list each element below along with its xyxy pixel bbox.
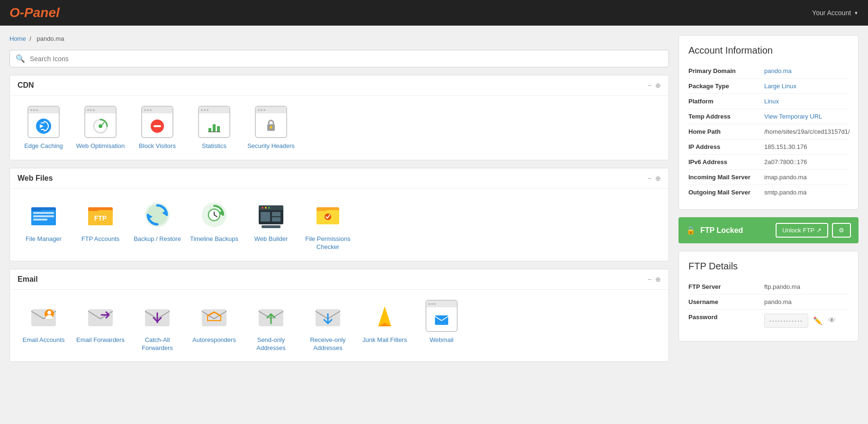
email-icons: Email Accounts Email Forwarders [10,290,669,362]
web-files-section-controls: − ⊕ [648,175,661,182]
ftp-username-label: Username [688,298,764,305]
info-label-incoming-mail: Incoming Mail Server [688,174,764,181]
info-label-ipv6-address: IPv6 Address [688,158,764,166]
gear-icon: ⚙ [839,227,844,234]
info-value-primary-domain[interactable]: pando.ma [764,67,792,74]
file-manager-item[interactable]: File Manager [18,198,70,251]
ftp-accounts-item[interactable]: FTP FTP Accounts [74,198,127,251]
svg-point-38 [265,207,267,209]
edge-caching-item[interactable]: Edge Caching [18,105,70,150]
svg-rect-51 [88,309,113,326]
receive-only-item[interactable]: Receive-only Addresses [302,299,354,352]
timeline-backups-label: Timeline Backups [190,235,238,243]
info-label-home-path: Home Path [688,128,764,135]
file-manager-icon [27,198,60,231]
account-info-title: Account Information [688,45,849,56]
send-only-label: Send-only Addresses [245,336,297,352]
backup-restore-item[interactable]: Backup / Restore [131,198,183,251]
ftp-edit-password-button[interactable]: ✏️ [812,315,823,326]
cdn-collapse-btn[interactable]: − [648,82,651,89]
autoresponders-item[interactable]: Autoresponders [188,299,240,352]
svg-rect-40 [261,212,270,221]
autoresponders-icon [198,299,231,332]
block-visitors-icon [141,105,174,138]
web-optimisation-label: Web Optimisation [76,142,125,150]
info-row-primary-domain: Primary Domain pando.ma [688,64,849,79]
web-files-section: Web Files − ⊕ [9,168,669,261]
receive-only-label: Receive-only Addresses [302,336,354,352]
timeline-backups-item[interactable]: Timeline Backups [188,198,240,251]
catchall-forwarders-item[interactable]: Catch-All Forwarders [131,299,183,352]
search-input[interactable] [30,55,663,63]
ftp-server-label: FTP Server [688,283,764,290]
cdn-section-header: CDN − ⊕ [10,75,669,96]
web-files-section-header: Web Files − ⊕ [10,168,669,189]
web-optimisation-item[interactable]: Web Optimisation [74,105,127,150]
edge-caching-label: Edge Caching [24,142,63,150]
info-row-home-path: Home Path /home/sites/19a/c/ced13157d1/ [688,124,849,139]
info-label-ip-address: IP Address [688,143,764,150]
breadcrumb-home[interactable]: Home [9,35,26,42]
breadcrumb-current: pando.ma [37,35,64,42]
email-accounts-label: Email Accounts [23,336,65,344]
web-files-expand-btn[interactable]: ⊕ [655,175,661,182]
backup-restore-icon [141,198,174,231]
block-visitors-item[interactable]: Block Visitors [131,105,183,150]
statistics-item[interactable]: Statistics [188,105,240,150]
info-label-outgoing-mail: Outgoing Mail Server [688,189,764,196]
catchall-forwarders-label: Catch-All Forwarders [131,336,183,352]
timeline-backups-icon [198,198,231,231]
cdn-icons: Edge Caching [10,96,669,160]
ftp-details-card: FTP Details FTP Server ftp.pando.ma User… [678,251,859,341]
lock-icon: 🔒 [686,226,696,235]
email-expand-btn[interactable]: ⊕ [655,276,661,283]
ftp-settings-button[interactable]: ⚙ [832,223,851,238]
webmail-item[interactable]: Webmail [416,299,468,352]
web-builder-item[interactable]: Web Builder [245,198,297,251]
main-container: Home / pando.ma 🔍 CDN − ⊕ [0,26,868,379]
cdn-section-title: CDN [18,81,34,90]
ftp-password-label: Password [688,313,764,328]
junk-mail-item[interactable]: Junk Mail Filters [359,299,411,352]
security-headers-icon [254,105,288,138]
logo: O-Panel [9,5,60,20]
svg-rect-46 [316,207,327,211]
email-accounts-item[interactable]: Email Accounts [18,299,70,352]
catchall-forwarders-icon [141,299,174,332]
svg-rect-10 [217,126,220,132]
info-value-package-type[interactable]: Large Linux [764,83,796,90]
webmail-icon [425,299,458,332]
email-section-header: Email − ⊕ [10,269,669,290]
info-value-incoming-mail: imap.pando.ma [764,174,807,181]
email-section-title: Email [18,275,38,284]
email-forwarders-item[interactable]: Email Forwarders [74,299,127,352]
info-value-platform[interactable]: Linux [764,98,779,105]
cdn-section: CDN − ⊕ E [9,75,669,160]
send-only-icon [254,299,288,332]
info-value-temp-address[interactable]: View Temporary URL [764,113,822,120]
ftp-show-password-button[interactable]: 👁 [827,315,837,326]
webmail-label: Webmail [430,336,453,344]
unlock-ftp-button[interactable]: Unlock FTP ↗ [776,223,828,238]
email-accounts-icon [27,299,60,332]
ftp-username-row: Username pando.ma [688,295,849,310]
info-row-package-type: Package Type Large Linux [688,79,849,94]
account-menu[interactable]: Your Account [812,9,859,17]
search-bar: 🔍 [9,50,669,67]
statistics-label: Statistics [202,142,226,150]
file-permissions-item[interactable]: File Permissions Checker [302,198,354,251]
svg-rect-2 [41,129,45,130]
info-value-ip-address: 185.151.30.176 [764,143,807,150]
svg-rect-56 [435,315,448,325]
cdn-expand-btn[interactable]: ⊕ [655,82,661,89]
svg-rect-7 [154,125,161,127]
svg-point-50 [47,311,51,314]
web-files-collapse-btn[interactable]: − [648,175,651,182]
file-manager-label: File Manager [26,235,62,243]
security-headers-item[interactable]: Security Headers [245,105,297,150]
email-collapse-btn[interactable]: − [648,276,651,283]
send-only-item[interactable]: Send-only Addresses [245,299,297,352]
ftp-password-field: ············ [764,313,808,328]
ftp-locked-text: FTP Locked [700,226,743,235]
header: O-Panel Your Account [0,0,868,26]
